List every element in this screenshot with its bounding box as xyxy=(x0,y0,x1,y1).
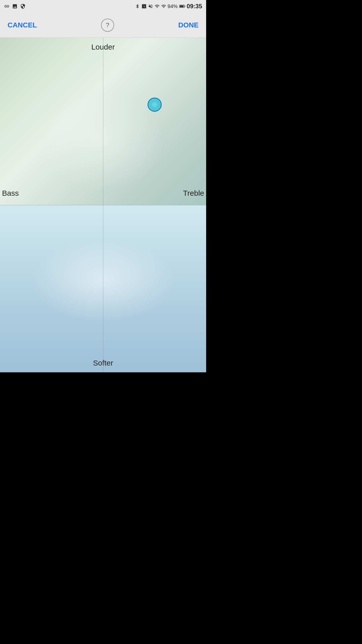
link-icon xyxy=(4,4,10,9)
battery-icon xyxy=(179,5,185,8)
image-icon xyxy=(12,4,18,9)
bass-label: Bass xyxy=(2,189,19,197)
eq-area[interactable]: Louder Bass Treble Softer xyxy=(0,38,206,372)
help-label: ? xyxy=(106,22,109,29)
wifi-icon xyxy=(155,4,160,9)
status-time: 09:35 xyxy=(187,3,202,10)
cancel-button[interactable]: CANCEL xyxy=(5,19,39,32)
eq-control-point[interactable] xyxy=(148,98,162,112)
status-icons-left xyxy=(4,4,26,9)
svg-rect-2 xyxy=(185,6,185,7)
battery-percentage: 94% xyxy=(168,4,178,9)
status-bar: 94% 09:35 xyxy=(0,0,206,13)
bluetooth-icon xyxy=(135,4,140,9)
signal-icon xyxy=(161,4,166,9)
svg-rect-1 xyxy=(179,6,184,7)
top-action-bar: CANCEL ? DONE xyxy=(0,13,206,38)
nfc-icon xyxy=(142,4,147,9)
mute-icon xyxy=(148,4,153,9)
horizontal-axis-line xyxy=(0,205,206,205)
shield-icon xyxy=(20,4,26,9)
treble-label: Treble xyxy=(183,189,204,197)
status-icons-right: 94% 09:35 xyxy=(135,3,202,10)
help-button[interactable]: ? xyxy=(101,19,114,32)
done-button[interactable]: DONE xyxy=(176,19,201,32)
